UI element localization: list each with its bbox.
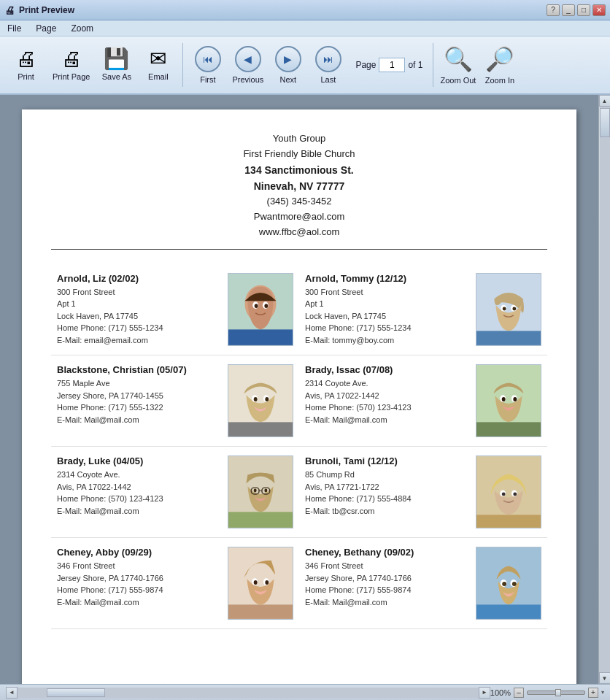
contact-info: Arnold, Tommy (12/12) 300 Front Street A… <box>305 273 467 347</box>
menu-zoom[interactable]: Zoom <box>68 23 96 34</box>
contact-info: Blackstone, Christian (05/07) 755 Maple … <box>57 364 219 426</box>
contact-entry: Cheney, Abby (09/29) 346 Front Street Je… <box>51 538 299 629</box>
contact-address1: 2314 Coyote Ave. <box>305 377 467 390</box>
svg-rect-25 <box>476 423 541 437</box>
zoom-slider-thumb[interactable] <box>555 689 561 696</box>
separator-2 <box>433 43 433 87</box>
contact-email: E-Mail: Mail@mail.com <box>305 596 467 609</box>
zoom-out-label: Zoom Out <box>440 76 476 85</box>
scroll-h-thumb[interactable] <box>47 688 105 697</box>
svg-point-42 <box>254 580 258 585</box>
contact-address1: 85 Chump Rd <box>305 469 467 481</box>
contact-photo <box>228 364 293 437</box>
scroll-right-button[interactable]: ► <box>479 687 490 699</box>
next-button[interactable]: ▶ Next <box>268 39 308 91</box>
header-line4: Ninevah, NV 77777 <box>51 178 547 194</box>
save-as-icon: 💾 <box>104 49 129 69</box>
contact-city-state-zip: Jersey Shore, PA 17740-1766 <box>305 572 467 585</box>
contact-address1: 346 Front Street <box>305 560 467 572</box>
scroll-h-track[interactable] <box>18 688 479 698</box>
svg-rect-7 <box>228 329 293 345</box>
menu-page[interactable]: Page <box>33 23 59 34</box>
svg-point-12 <box>512 307 516 310</box>
contact-city-state-zip: Jersey Shore, PA 17740-1455 <box>57 390 219 402</box>
svg-point-5 <box>255 304 258 308</box>
contact-phone: Home Phone: (570) 123-4123 <box>57 493 219 505</box>
svg-point-11 <box>503 307 506 310</box>
contact-phone: Home Phone: (717) 555-9874 <box>305 584 467 596</box>
first-button[interactable]: ⏮ First <box>188 39 228 91</box>
contact-name: Cheney, Bethany (09/02) <box>305 547 467 558</box>
save-as-label: Save As <box>102 72 131 81</box>
contact-city-state-zip: Avis, PA 17022-1442 <box>57 481 219 493</box>
maximize-button[interactable]: □ <box>577 4 590 16</box>
help-button[interactable]: ? <box>547 4 560 16</box>
contact-name: Brunoli, Tami (12/12) <box>305 455 467 466</box>
scroll-left-button[interactable]: ◄ <box>6 687 18 699</box>
svg-rect-50 <box>476 605 541 620</box>
contact-info: Arnold, Liz (02/02) 300 Front Street Apt… <box>57 273 219 347</box>
title-bar: 🖨 Print Preview ? _ □ ✕ <box>0 0 610 20</box>
contact-email: E-Mail: Mail@mail.com <box>57 505 219 518</box>
contact-photo <box>476 364 541 437</box>
contact-phone: Home Phone: (570) 123-4123 <box>305 401 467 414</box>
save-as-button[interactable]: 💾 Save As <box>96 39 136 91</box>
horizontal-scrollbar[interactable]: ◄ ► <box>6 687 490 699</box>
contact-name: Cheney, Abby (09/29) <box>57 547 219 558</box>
previous-button[interactable]: ◀ Previous <box>228 39 268 91</box>
page-input[interactable] <box>379 58 405 72</box>
print-page-button[interactable]: 🖨 Print Page <box>47 39 95 91</box>
scroll-down-button[interactable]: ▼ <box>599 672 611 684</box>
print-button[interactable]: 🖨 Print <box>6 39 46 91</box>
zoom-increase-button[interactable]: + <box>588 688 598 698</box>
contact-name: Arnold, Liz (02/02) <box>57 273 219 284</box>
minimize-button[interactable]: _ <box>562 4 575 16</box>
contact-phone: Home Phone: (717) 555-1234 <box>57 322 219 334</box>
contact-photo <box>228 547 293 620</box>
content-area[interactable]: Youth Group First Friendly Bible Church … <box>0 95 598 684</box>
svg-rect-32 <box>228 512 293 528</box>
svg-rect-19 <box>228 423 293 437</box>
nav-buttons: ⏮ First ◀ Previous ▶ Next ⏭ Last <box>188 39 348 91</box>
zoom-arrow-icon[interactable]: ▾ <box>601 689 604 696</box>
scroll-up-button[interactable]: ▲ <box>599 95 611 107</box>
contact-photo <box>228 273 293 346</box>
svg-point-17 <box>254 397 258 401</box>
email-button[interactable]: ✉ Email <box>138 39 178 91</box>
document-header: Youth Group First Friendly Bible Church … <box>51 131 547 250</box>
contact-city-state-zip: Lock Haven, PA 17745 <box>57 310 219 323</box>
contact-address1: 2314 Coyote Ave. <box>57 469 219 481</box>
vertical-scrollbar[interactable]: ▲ ▼ <box>598 95 610 684</box>
print-label: Print <box>18 72 34 81</box>
window-title: Print Preview <box>19 5 74 15</box>
next-label: Next <box>280 75 297 84</box>
scroll-v-thumb[interactable] <box>600 108 610 137</box>
contact-photo <box>476 273 541 346</box>
contact-email: E-Mail: Mail@mail.com <box>305 414 467 426</box>
first-label: First <box>200 75 215 84</box>
bottom-bar: ◄ ► 100% – + ▾ <box>0 684 610 700</box>
zoom-decrease-button[interactable]: – <box>514 688 524 698</box>
menu-file[interactable]: File <box>4 23 24 34</box>
contact-email: E-Mail: email@email.com <box>57 334 219 347</box>
email-icon: ✉ <box>150 49 166 69</box>
zoom-in-button[interactable]: 🔎 Zoom In <box>479 39 520 91</box>
zoom-percent: 100% <box>490 688 511 697</box>
header-line1: Youth Group <box>51 131 547 147</box>
close-button[interactable]: ✕ <box>592 4 606 16</box>
menu-bar: File Page Zoom <box>0 20 610 36</box>
separator-1 <box>182 43 183 87</box>
page-label: Page <box>355 60 376 70</box>
zoom-out-button[interactable]: 🔍 Zoom Out <box>438 39 478 91</box>
contact-name: Brady, Luke (04/05) <box>57 455 219 466</box>
svg-point-18 <box>265 397 269 401</box>
last-button[interactable]: ⏭ Last <box>308 39 348 91</box>
print-page-icon: 🖨 <box>61 49 82 69</box>
contact-phone: Home Phone: (717) 555-9874 <box>57 584 219 596</box>
contact-city-state-zip: Lock Haven, PA 17745 <box>305 310 467 323</box>
zoom-slider-track[interactable] <box>527 691 585 695</box>
scroll-v-track[interactable] <box>600 107 610 672</box>
contact-phone: Home Phone: (717) 555-1322 <box>57 401 219 414</box>
contact-email: E-Mail: tb@csr.com <box>305 505 467 518</box>
zoom-out-icon: 🔍 <box>444 45 473 73</box>
